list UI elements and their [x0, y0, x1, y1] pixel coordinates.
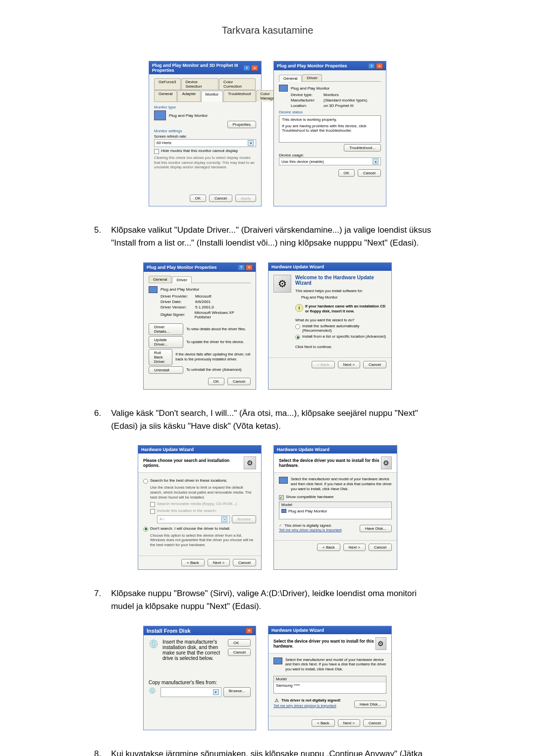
next-button[interactable]: Next > — [338, 719, 360, 727]
wizard-heading: Please choose your search and installati… — [143, 458, 244, 468]
next-button[interactable]: Next > — [338, 361, 360, 368]
model-header: Model — [274, 676, 386, 682]
rollback-button[interactable]: Roll Back Driver — [149, 349, 172, 365]
cancel-button[interactable]: Cancel — [233, 559, 256, 566]
cancel-button[interactable]: Cancel — [227, 378, 251, 385]
dialog-title: Hardware Update Wizard — [271, 628, 324, 633]
help-icon[interactable]: ? — [243, 65, 250, 71]
chevron-down-icon: ▾ — [373, 158, 378, 164]
driver-details-button[interactable]: Driver Details... — [149, 323, 183, 335]
radio-search[interactable] — [143, 479, 148, 484]
back-button[interactable]: < Back — [312, 361, 335, 368]
ok-button[interactable]: OK — [190, 195, 207, 202]
dialog-titlebar: Plug and Play Monitor Properties ? × — [274, 61, 386, 70]
refresh-rate-dropdown[interactable]: 60 Hertz ▾ — [154, 139, 256, 147]
warning-icon: ⚠ — [273, 698, 279, 704]
dialog-hw-wizard-welcome: Hardware Update Wizard ⚙ Welcome to the … — [268, 262, 392, 390]
cancel-button[interactable]: Cancel — [363, 361, 386, 368]
tab-driver[interactable]: Driver — [172, 276, 191, 283]
radio-dont-search[interactable] — [143, 527, 148, 532]
close-icon[interactable]: × — [251, 65, 258, 71]
wizard-question: What do you want the wizard to do? — [295, 318, 386, 323]
details-desc: To view details about the driver files. — [186, 327, 246, 332]
browse-button[interactable]: Browse... — [223, 687, 251, 697]
tab-monitor[interactable]: Monitor — [201, 91, 223, 102]
wizard-help-text: This wizard helps you install software f… — [295, 289, 386, 294]
device-status-box: This device is working properly. If you … — [279, 115, 381, 143]
tab-row-1: GeForce3 Device Selection Color Correcti… — [154, 78, 256, 90]
model-item[interactable]: Plug and Play Monitor — [288, 509, 327, 513]
unsigned-text: This driver is not digitally signed! — [281, 698, 341, 703]
ok-button[interactable]: OK — [338, 169, 355, 177]
dialog-pnp-properties-general: Plug and Play Monitor Properties ? × Gen… — [273, 61, 386, 206]
location-value: on 3D Prophet III — [323, 103, 353, 108]
compat-checkbox[interactable]: ✓ — [279, 495, 284, 500]
browse-button: Browse — [232, 515, 256, 523]
dialog-title: Hardware Update Wizard — [141, 447, 194, 452]
tab-general[interactable]: General — [149, 276, 171, 283]
path-dropdown[interactable]: ▾ — [160, 687, 221, 697]
cancel-button[interactable]: Cancel — [363, 719, 386, 727]
step-text: Kui kuvatakse järgmine sõnumiaken, siis … — [111, 748, 441, 756]
radio-auto[interactable] — [295, 324, 300, 329]
back-button[interactable]: < Back — [317, 544, 340, 551]
refresh-rate-label: Screen refresh rate: — [154, 134, 256, 139]
close-icon[interactable]: × — [246, 264, 253, 270]
cancel-button[interactable]: Cancel — [228, 649, 251, 656]
properties-button[interactable]: Properties — [227, 121, 256, 128]
instruction-step-8: 8. Kui kuvatakse järgmine sõnumiaken, si… — [94, 748, 441, 756]
ok-button[interactable]: OK — [228, 639, 251, 647]
cancel-button[interactable]: Cancel — [209, 195, 232, 202]
dialog-titlebar: Plug and Play Monitor Properties ? × — [144, 263, 256, 272]
ok-button[interactable]: OK — [208, 378, 225, 385]
back-button[interactable]: < Back — [312, 719, 335, 727]
tab-general[interactable]: General — [279, 75, 302, 82]
help-icon[interactable]: ? — [368, 63, 375, 69]
step-number: 7. — [94, 587, 101, 613]
radio-list[interactable] — [295, 335, 300, 340]
select-desc: Select the manufacturer and model of you… — [285, 657, 386, 672]
apply-button[interactable]: Apply — [235, 195, 256, 202]
back-button[interactable]: < Back — [181, 559, 205, 566]
opt1-desc: Use the check boxes below to limit or ex… — [150, 485, 256, 500]
dialog-install-from-disk: Install From Disk × 💿 Insert the manufac… — [143, 626, 256, 730]
manufacturer-label: Manufacturer: — [291, 98, 321, 102]
monitor-icon — [279, 85, 288, 92]
model-header: Model — [279, 502, 391, 508]
tab-adapter[interactable]: Adapter — [177, 90, 200, 101]
dialog-title: Hardware Update Wizard — [271, 264, 324, 269]
device-usage-dropdown[interactable]: Use this device (enable) ▾ — [279, 157, 381, 165]
dialog-title: Plug and Play Monitor Properties — [277, 63, 347, 68]
uninstall-button[interactable]: Uninstall — [149, 366, 183, 374]
tab-troubleshoot[interactable]: Troubleshoot — [223, 90, 255, 101]
model-item[interactable]: Samsung **** — [274, 682, 386, 689]
dialog-titlebar: Hardware Update Wizard — [268, 263, 391, 271]
tab-device-selection[interactable]: Device Selection — [181, 78, 218, 90]
next-button[interactable]: Next > — [343, 544, 366, 551]
have-disk-button[interactable]: Have Disk... — [354, 701, 386, 708]
copy-label: Copy manufacturer's files from: — [149, 680, 251, 685]
tab-geforce3[interactable]: GeForce3 — [154, 78, 181, 90]
cancel-button[interactable]: Cancel — [358, 169, 381, 177]
hide-modes-checkbox[interactable] — [154, 149, 159, 154]
dialog-titlebar: Plug and Play Monitor and 3D Prophet III… — [149, 61, 261, 74]
close-icon[interactable]: × — [376, 63, 383, 69]
cancel-button[interactable]: Cancel — [369, 544, 392, 551]
troubleshoot-button[interactable]: Troubleshoot... — [344, 144, 381, 151]
signing-link[interactable]: Tell me why driver signing is important — [273, 704, 336, 708]
uninstall-desc: To uninstall the driver (Advanced). — [186, 367, 242, 372]
tab-driver[interactable]: Driver — [302, 74, 321, 81]
device-status-label: Device status — [279, 110, 381, 114]
signing-link[interactable]: Tell me why driver signing is important — [279, 528, 342, 532]
chk-location — [150, 509, 155, 514]
tab-general[interactable]: General — [154, 90, 177, 101]
have-disk-button[interactable]: Have Disk... — [360, 525, 392, 532]
device-name: Plug and Play Monitor — [291, 86, 329, 91]
help-icon[interactable]: ? — [238, 264, 245, 270]
next-button[interactable]: Next > — [208, 559, 230, 566]
close-icon[interactable]: × — [246, 628, 253, 634]
monitor-settings-label: Monitor settings — [154, 129, 256, 133]
dialog-monitor-3dprophet: Plug and Play Monitor and 3D Prophet III… — [149, 61, 262, 206]
tab-color-correction[interactable]: Color Correction — [219, 78, 256, 90]
update-driver-button[interactable]: Update Driver... — [149, 336, 183, 348]
